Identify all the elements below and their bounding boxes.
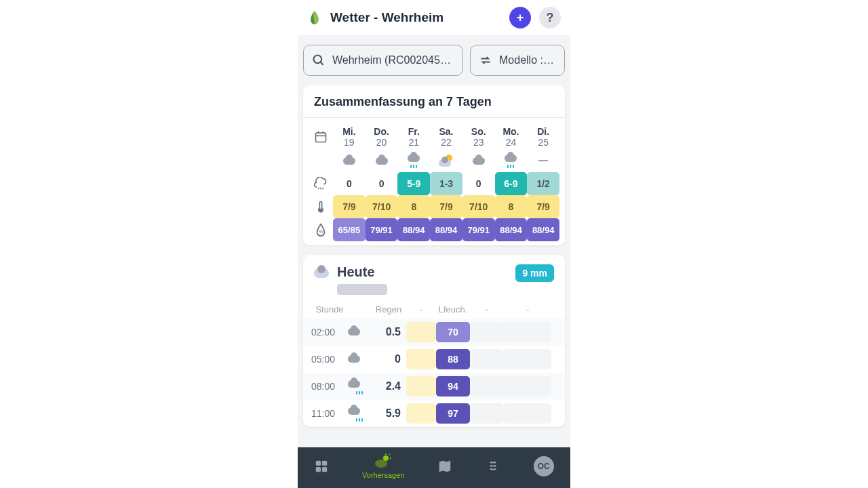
day-temp: 7/9	[527, 195, 559, 218]
nav-crops[interactable]	[486, 458, 500, 474]
svg-point-0	[314, 56, 322, 64]
svg-line-18	[389, 454, 390, 455]
day-header: Sa.22	[430, 125, 462, 149]
svg-rect-14	[322, 467, 327, 472]
thermometer-icon	[309, 200, 333, 214]
wheat-icon	[486, 458, 500, 474]
hour-col-a	[406, 403, 436, 424]
svg-text:%: %	[319, 229, 323, 234]
col-b-label: -	[470, 304, 504, 314]
location-label: Wehrheim (RC002045…	[332, 54, 451, 66]
day-humidity: 65/85	[333, 218, 366, 241]
today-rain-total: 9 mm	[515, 264, 554, 282]
cloud-icon	[314, 268, 329, 278]
day-temp: 7/10	[462, 195, 495, 218]
model-selector[interactable]: Modello : Met	[470, 45, 565, 76]
hour-col-b	[470, 349, 504, 369]
hour-col-b	[470, 376, 504, 396]
help-button[interactable]: ?	[539, 7, 561, 28]
hour-col-a	[406, 376, 436, 396]
hour-rain: 5.9	[371, 407, 406, 420]
loading-skeleton	[337, 284, 387, 295]
nav-map[interactable]	[437, 459, 452, 474]
hour-col-a	[406, 349, 436, 369]
day-weather-icon	[430, 149, 462, 172]
hour-label: 08:00	[311, 381, 348, 392]
map-icon	[437, 459, 452, 474]
day-header: Do.20	[366, 125, 398, 149]
day-humidity: 79/91	[366, 218, 398, 241]
summary-card: Zusammenfassung an 7 Tagen Mi.19Do.20Fr.…	[303, 85, 565, 245]
col-hum-label: Lfeuch.	[436, 304, 470, 314]
day-header: Fr.21	[397, 125, 430, 149]
hour-col-c	[504, 322, 551, 342]
col-rain-label: Regen	[371, 304, 406, 314]
location-selector[interactable]: Wehrheim (RC002045…	[303, 45, 463, 76]
hour-label: 05:00	[311, 354, 348, 365]
day-humidity: 88/94	[495, 218, 528, 241]
summary-grid: Mi.19Do.20Fr.21Sa.22So.23Mo.24Di.25 005-…	[303, 118, 565, 245]
day-weather-icon	[462, 149, 495, 172]
hour-humidity: 94	[436, 376, 470, 396]
day-rain: 0	[366, 172, 398, 195]
app-header: Wetter - Wehrheim + ?	[298, 0, 570, 35]
hour-weather-icon	[348, 326, 371, 338]
hourly-row: 05:00 0 88	[303, 346, 565, 373]
hour-rain: 2.4	[371, 380, 406, 392]
nav-profile[interactable]: OC	[534, 456, 554, 476]
svg-rect-12	[322, 461, 327, 466]
hour-col-b	[470, 403, 504, 424]
col-a-label: -	[406, 304, 436, 314]
day-humidity: 88/94	[527, 218, 559, 241]
day-temp: 7/9	[333, 195, 366, 218]
day-rain: 1-3	[430, 172, 462, 195]
day-rain: 0	[333, 172, 366, 195]
day-temp: 7/10	[366, 195, 398, 218]
weather-icon	[374, 453, 392, 470]
day-header: Mo.24	[495, 125, 528, 149]
bottom-nav: Vorhersagen OC	[298, 447, 570, 488]
nav-forecast[interactable]: Vorhersagen	[362, 453, 404, 479]
app-logo-icon	[307, 10, 322, 25]
svg-line-1	[321, 62, 323, 65]
day-rain: 1/2	[527, 172, 559, 195]
filter-row: Wehrheim (RC002045… Modello : Met	[303, 45, 565, 76]
hour-weather-icon	[348, 405, 371, 422]
day-temp: 7/9	[430, 195, 462, 218]
search-icon	[312, 54, 326, 67]
svg-rect-13	[316, 467, 321, 472]
day-weather-icon	[397, 149, 430, 172]
svg-point-9	[319, 209, 321, 211]
content-scroll[interactable]: Wehrheim (RC002045… Modello : Met Zusamm…	[298, 35, 570, 447]
model-label: Modello : Met	[499, 54, 556, 66]
nav-home[interactable]	[314, 459, 329, 474]
hour-col-c	[504, 376, 551, 396]
day-weather-icon	[366, 149, 398, 172]
hourly-row: 02:00 0.5 70	[303, 319, 565, 346]
hour-rain: 0.5	[371, 326, 406, 338]
add-button[interactable]: +	[509, 7, 531, 28]
page-title: Wetter - Wehrheim	[330, 10, 501, 25]
hour-rain: 0	[371, 353, 406, 365]
humidity-icon: %	[309, 223, 333, 237]
hourly-row: 08:00 2.4 94	[303, 373, 565, 400]
day-humidity: 88/94	[430, 218, 462, 241]
svg-point-19	[375, 460, 387, 468]
day-weather-icon	[527, 149, 559, 172]
day-humidity: 88/94	[397, 218, 430, 241]
hour-humidity: 70	[436, 322, 470, 342]
hour-label: 02:00	[311, 327, 348, 338]
hour-weather-icon	[348, 378, 371, 394]
hour-col-c	[504, 349, 551, 369]
hour-col-c	[504, 403, 551, 424]
hour-col-a	[406, 322, 436, 342]
day-header: Mi.19	[333, 125, 366, 149]
hour-col-b	[470, 322, 504, 342]
avatar: OC	[534, 456, 554, 476]
day-header: So.23	[462, 125, 495, 149]
today-title: Heute	[337, 264, 387, 280]
calendar-icon	[309, 130, 333, 144]
app-frame: Wetter - Wehrheim + ? Wehrheim (RC002045…	[298, 0, 570, 488]
day-humidity: 79/91	[462, 218, 495, 241]
hourly-header: Stunde Regen - Lfeuch. - -	[303, 300, 565, 319]
